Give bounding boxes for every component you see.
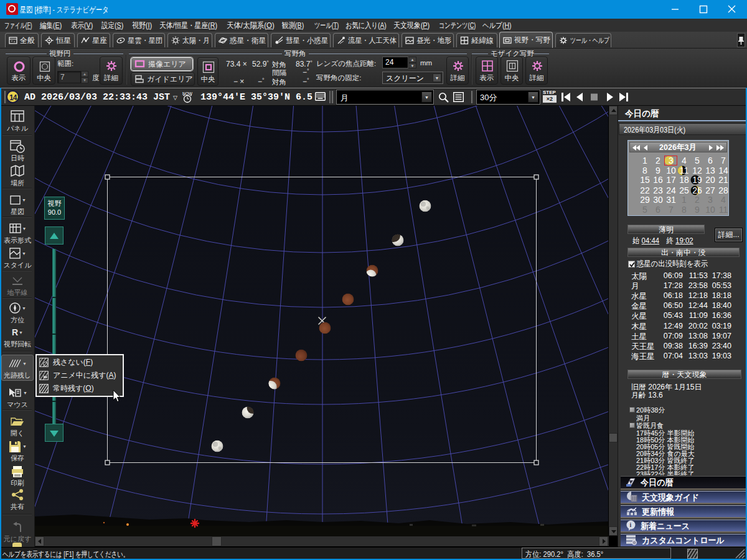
svg-text:i: i bbox=[630, 521, 632, 528]
